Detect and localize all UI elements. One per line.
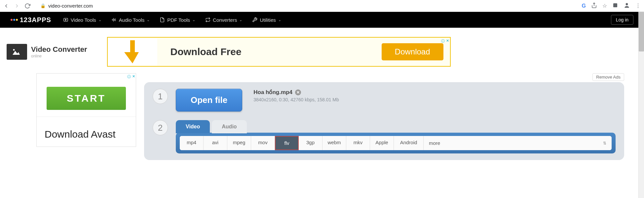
svg-point-2: [626, 3, 628, 5]
logo-dots-icon: [11, 19, 18, 21]
profile-icon[interactable]: [624, 2, 630, 10]
forward-button[interactable]: [14, 3, 20, 9]
browser-toolbar: 🔒 video-converter.com G ☆ ⋮: [0, 0, 644, 12]
ad-headline: Download Free: [170, 46, 242, 57]
file-name-text: Hoa hồng.mp4: [253, 89, 292, 96]
google-icon[interactable]: G: [582, 3, 586, 9]
sidebar-ad-text: Download Avast: [45, 129, 128, 140]
format-more[interactable]: more ⇅: [424, 136, 612, 150]
ad-download-button[interactable]: Download: [382, 43, 443, 60]
ad-close[interactable]: ⓘ ✕: [441, 39, 449, 44]
site-header: 123APPS Video Tools⌄ Audio Tools⌄ PDF To…: [0, 12, 644, 28]
menu-utilities[interactable]: Utilities⌄: [252, 17, 281, 23]
converter-panel: 1 Open file Hoa hồng.mp4 ✕ 3840x2160, 0:…: [144, 82, 624, 160]
format-android[interactable]: Android: [394, 136, 424, 150]
format-mp4[interactable]: mp4: [180, 136, 204, 150]
remove-file-button[interactable]: ✕: [295, 89, 301, 95]
page-scrollbar[interactable]: [638, 12, 644, 173]
top-row: Video Converter online Download Free Dow…: [7, 37, 637, 67]
step-1: 1 Open file Hoa hồng.mp4 ✕ 3840x2160, 0:…: [153, 89, 616, 112]
reload-button[interactable]: [24, 3, 30, 9]
chevron-down-icon: ⌄: [192, 18, 195, 22]
step-2: 2 Video Audio mp4 avi mpeg mov: [153, 120, 616, 153]
video-converter-logo-icon: [7, 44, 27, 60]
open-file-button[interactable]: Open file: [176, 89, 242, 112]
logo-text: 123APPS: [20, 16, 51, 24]
format-apple[interactable]: Apple: [370, 136, 394, 150]
page-body: Video Converter online Download Free Dow…: [0, 37, 644, 173]
sidebar-ad-start-button[interactable]: START: [47, 87, 126, 110]
lock-icon: 🔒: [40, 3, 46, 8]
format-flv[interactable]: flv: [275, 136, 299, 150]
brand-subtitle: online: [31, 54, 87, 58]
format-3gp[interactable]: 3gp: [299, 136, 322, 150]
format-mov[interactable]: mov: [251, 136, 275, 150]
extensions-icon[interactable]: [612, 2, 618, 10]
adchoices-icon[interactable]: ⓘ: [127, 74, 131, 79]
sidebar-ad-close[interactable]: ⓘ ✕: [127, 74, 135, 79]
adchoices-icon[interactable]: ⓘ: [441, 39, 445, 44]
chevron-down-icon: ⌄: [239, 18, 242, 22]
close-icon[interactable]: ✕: [132, 74, 135, 79]
tab-audio[interactable]: Audio: [212, 120, 246, 133]
ad-arrow-icon: [108, 38, 157, 66]
back-button[interactable]: [3, 3, 9, 9]
chevron-down-icon: ⌄: [278, 18, 281, 22]
svg-marker-7: [20, 49, 22, 55]
output-tabs: Video Audio: [176, 120, 616, 133]
sidebar-ad: ⓘ ✕ START Download Avast: [36, 73, 136, 147]
menu-converters[interactable]: Converters⌄: [205, 17, 242, 23]
main-menu: Video Tools⌄ Audio Tools⌄ PDF Tools⌄ Con…: [63, 17, 281, 23]
menu-audio-tools[interactable]: Audio Tools⌄: [111, 17, 150, 23]
main-row: ⓘ ✕ START Download Avast Remove Ads 1 Op…: [7, 73, 637, 160]
site-logo[interactable]: 123APPS: [11, 16, 51, 24]
updown-icon: ⇅: [603, 141, 606, 146]
file-meta-text: 3840x2160, 0:30, 42760 kbps, 158.01 Mb: [253, 97, 339, 102]
video-converter-brand[interactable]: Video Converter online: [7, 44, 87, 60]
chevron-down-icon: ⌄: [147, 18, 150, 22]
format-mkv[interactable]: mkv: [346, 136, 370, 150]
step-2-number: 2: [153, 120, 168, 135]
menu-video-tools[interactable]: Video Tools⌄: [63, 17, 101, 23]
tab-video[interactable]: Video: [176, 120, 210, 133]
menu-pdf-tools[interactable]: PDF Tools⌄: [160, 17, 195, 23]
main-panel: Remove Ads 1 Open file Hoa hồng.mp4 ✕ 38…: [144, 73, 624, 160]
format-webm[interactable]: webm: [322, 136, 346, 150]
nav-buttons: [3, 3, 30, 9]
browser-right-icons: G ☆ ⋮: [582, 2, 641, 10]
login-button[interactable]: Log in: [611, 15, 633, 25]
format-avi[interactable]: avi: [204, 136, 227, 150]
file-info: Hoa hồng.mp4 ✕ 3840x2160, 0:30, 42760 kb…: [253, 89, 339, 102]
menu-icon[interactable]: ⋮: [635, 3, 641, 9]
svg-rect-1: [613, 3, 617, 7]
format-mpeg[interactable]: mpeg: [227, 136, 251, 150]
remove-ads-link[interactable]: Remove Ads: [592, 73, 624, 81]
format-row: mp4 avi mpeg mov flv 3gp webm mkv Apple …: [180, 136, 612, 150]
close-icon[interactable]: ✕: [446, 39, 449, 44]
address-bar[interactable]: 🔒 video-converter.com: [40, 3, 93, 9]
url-text: video-converter.com: [48, 3, 93, 9]
top-ad-banner[interactable]: Download Free Download ⓘ ✕: [107, 37, 451, 67]
svg-marker-4: [65, 19, 66, 20]
svg-point-6: [13, 49, 15, 51]
bookmark-icon[interactable]: ☆: [602, 3, 607, 9]
brand-title: Video Converter: [31, 45, 87, 54]
share-icon[interactable]: [591, 2, 597, 10]
step-1-number: 1: [153, 89, 168, 104]
format-bar: mp4 avi mpeg mov flv 3gp webm mkv Apple …: [176, 133, 616, 153]
chevron-down-icon: ⌄: [98, 18, 101, 22]
scrollbar-thumb[interactable]: [639, 12, 644, 51]
